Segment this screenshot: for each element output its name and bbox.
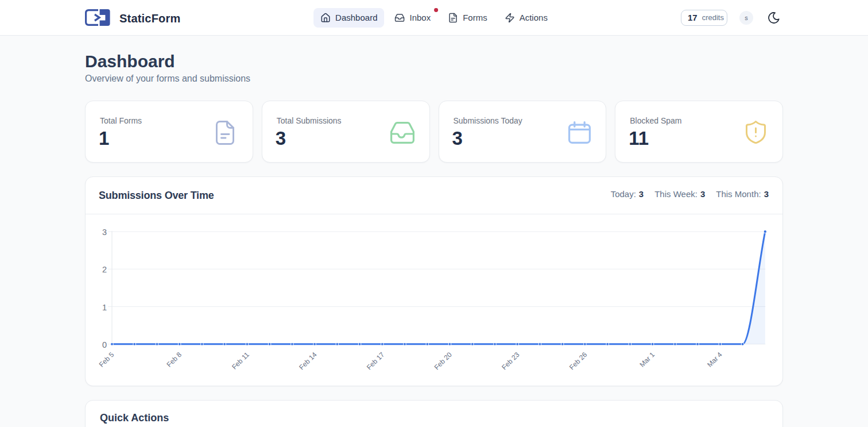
svg-text:0: 0 <box>102 340 107 349</box>
svg-text:3: 3 <box>102 228 107 237</box>
svg-text:Mar 4: Mar 4 <box>706 351 724 369</box>
svg-text:Mar 1: Mar 1 <box>638 351 656 369</box>
svg-text:Feb 5: Feb 5 <box>98 351 116 369</box>
svg-text:Feb 17: Feb 17 <box>365 351 386 372</box>
svg-text:Feb 23: Feb 23 <box>500 351 521 372</box>
svg-text:1: 1 <box>102 303 107 312</box>
svg-text:Feb 11: Feb 11 <box>230 351 251 371</box>
svg-text:Feb 14: Feb 14 <box>297 351 319 372</box>
svg-text:Feb 8: Feb 8 <box>165 351 184 369</box>
svg-text:Feb 26: Feb 26 <box>568 351 589 372</box>
svg-text:Feb 20: Feb 20 <box>433 351 454 372</box>
svg-text:2: 2 <box>102 265 107 274</box>
